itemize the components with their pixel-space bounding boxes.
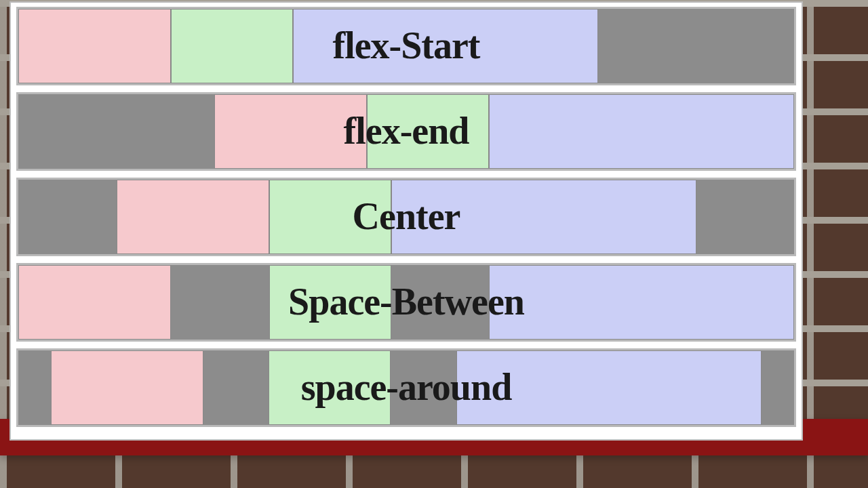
box-3 (489, 265, 794, 340)
box-1 (214, 94, 367, 169)
box-2 (171, 9, 293, 83)
box-1 (18, 265, 171, 340)
row-flex-end: flex-end (16, 92, 796, 171)
box-1 (117, 180, 269, 254)
box-2 (269, 350, 391, 425)
box-3 (456, 350, 762, 425)
row-center: Center (16, 178, 796, 256)
box-3 (391, 180, 696, 254)
row-space-between: Space-Between (16, 263, 796, 342)
box-3 (293, 9, 598, 83)
box-1 (51, 350, 203, 425)
box-2 (269, 180, 391, 254)
box-3 (489, 94, 794, 169)
box-1 (18, 9, 171, 83)
box-2 (367, 94, 489, 169)
row-space-around: space-around (16, 348, 796, 427)
demo-panel: flex-Start flex-end Center Space-Between… (9, 1, 803, 441)
row-flex-start: flex-Start (16, 7, 796, 85)
box-2 (269, 265, 391, 340)
